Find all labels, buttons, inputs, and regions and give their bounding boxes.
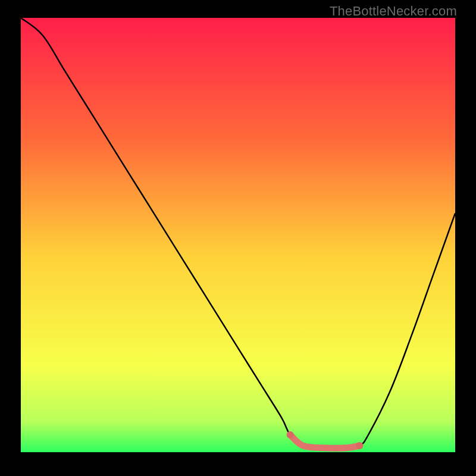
optimal-zone-end-dot (356, 442, 363, 449)
watermark-label: TheBottleNecker.com (330, 4, 457, 19)
chart-plot-area (21, 18, 455, 452)
bottleneck-chart (21, 18, 455, 452)
optimal-zone-start-dot (287, 431, 294, 439)
bottleneck-curve-line (21, 18, 455, 448)
optimal-zone-highlight (290, 435, 360, 448)
